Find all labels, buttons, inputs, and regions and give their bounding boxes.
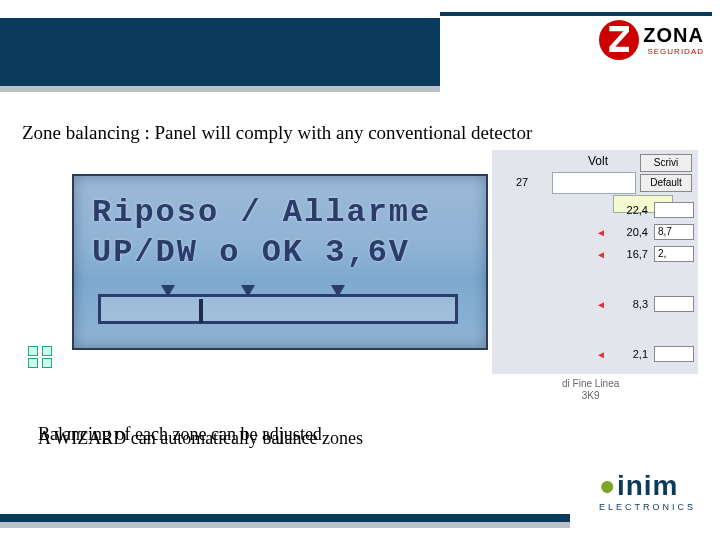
threshold-row: ◄ 20,4 8,7 — [596, 224, 694, 240]
content-area: Volt 27 Scrivi Default 22,4 ◄ 20,4 8,7 ◄… — [22, 150, 698, 386]
zona-text: ZONA — [643, 24, 704, 47]
header-thinbar — [440, 12, 712, 16]
zona-mark-icon — [599, 20, 639, 60]
bar-cursor — [199, 299, 203, 323]
threshold-box[interactable] — [654, 296, 694, 312]
threshold-box[interactable]: 2, — [654, 246, 694, 262]
lcd-line1: Riposo / Allarme — [92, 194, 431, 231]
header-grayline — [0, 86, 440, 92]
volt-input[interactable] — [552, 172, 636, 194]
zone-number: 27 — [516, 176, 528, 188]
panel-caption: di Fine Linea 3K9 — [562, 378, 619, 402]
tick-icon: ◄ — [596, 227, 606, 238]
threshold-box[interactable]: 8,7 — [654, 224, 694, 240]
page-title: Zone balancing : Panel will comply with … — [22, 122, 532, 144]
lcd-line2: UP/DW o OK 3,6V — [92, 234, 410, 271]
threshold-row: ◄ 2,1 — [596, 346, 694, 362]
header-bluebar — [0, 18, 440, 86]
tick-icon: ◄ — [596, 249, 606, 260]
inim-text: ●inim — [599, 470, 696, 502]
bottom-line2: A WIZARD can automatically balance zones — [38, 428, 363, 449]
header: ZONA SEGURIDAD — [0, 0, 720, 100]
volt-title: Volt — [588, 154, 608, 168]
tick-icon: ◄ — [596, 299, 606, 310]
resistor-icon — [22, 340, 68, 370]
lcd-photo: Riposo / Allarme UP/DW o OK 3,6V — [72, 174, 488, 350]
zona-subtext: SEGURIDAD — [643, 47, 704, 56]
inim-subtext: ELECTRONICS — [599, 502, 696, 512]
panel-caption-line1: di Fine Linea — [562, 378, 619, 390]
logo-zona: ZONA SEGURIDAD — [599, 20, 704, 60]
default-button[interactable]: Default — [640, 174, 692, 192]
volt-panel: Volt 27 Scrivi Default 22,4 ◄ 20,4 8,7 ◄… — [492, 150, 698, 374]
bar-mark-icon — [241, 285, 255, 297]
logo-inim: ●inim ELECTRONICS — [599, 470, 696, 512]
bar-mark-icon — [161, 285, 175, 297]
lcd-bar — [98, 294, 458, 324]
panel-caption-line2: 3K9 — [562, 390, 619, 402]
threshold-row: ◄ 8,3 — [596, 296, 694, 312]
threshold-row: ◄ 16,7 2, — [596, 246, 694, 262]
write-button[interactable]: Scrivi — [640, 154, 692, 172]
tick-icon: ◄ — [596, 349, 606, 360]
threshold-value: 8,3 — [614, 298, 648, 310]
bar-mark-icon — [331, 285, 345, 297]
threshold-box[interactable] — [654, 346, 694, 362]
inim-name: inim — [617, 470, 679, 501]
threshold-value: 2,1 — [614, 348, 648, 360]
bottom-text: Balancing of each zone can be adjusted A… — [38, 424, 363, 449]
threshold-box[interactable] — [654, 202, 694, 218]
threshold-value: 20,4 — [614, 226, 648, 238]
threshold-value: 22,4 — [614, 204, 648, 216]
threshold-value: 16,7 — [614, 248, 648, 260]
threshold-row: 22,4 — [614, 202, 694, 218]
